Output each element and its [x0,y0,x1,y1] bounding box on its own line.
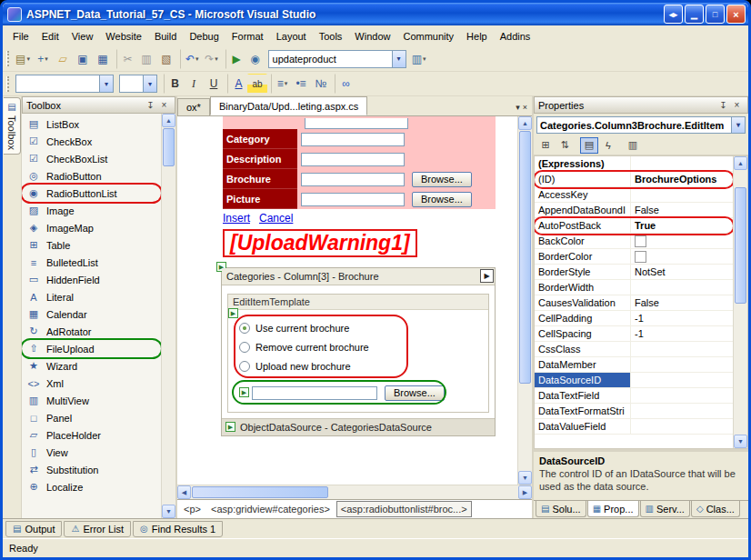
toolbox-item[interactable]: ⊕ Localize [22,478,161,495]
pin-icon[interactable]: ↧ [716,98,730,112]
radio-button[interactable] [239,323,250,334]
scroll-down-icon[interactable]: ▼ [518,471,532,485]
field-textbox[interactable] [301,133,405,146]
objectdatasource-control[interactable]: ▶ ObjectDataSource - CategoriesDataSourc… [222,418,495,435]
property-row[interactable]: BorderColor [535,249,733,265]
menu-item[interactable]: Help [460,27,494,45]
smart-tag-button[interactable]: ▶ [480,269,494,283]
toolbox-item[interactable]: ☑ CheckBoxList [22,150,161,167]
menu-item[interactable]: Website [99,27,148,45]
toolbox-item[interactable]: ⇧ FileUpload [22,340,161,357]
toolbox-item[interactable]: ≡ BulletedList [22,254,161,271]
scroll-down-icon[interactable]: ▼ [734,435,747,448]
cut-icon[interactable]: ✂ [116,49,136,69]
document-tab[interactable]: ox* [177,98,210,115]
toolbox-item[interactable]: <> Xml [22,375,161,392]
property-value[interactable] [631,342,733,356]
scroll-up-icon[interactable]: ▲ [162,114,175,127]
property-value[interactable] [631,234,733,248]
radio-button[interactable] [239,361,250,372]
property-row[interactable]: BorderStyle NotSet [535,265,733,280]
start-debug-icon[interactable]: ▶ [225,49,245,69]
design-vertical-scrollbar[interactable]: ▲ ▼ [517,116,532,485]
font-color-button[interactable]: A [227,74,247,94]
scroll-thumb[interactable] [735,187,746,304]
save-icon[interactable]: ▣ [73,49,93,69]
toolbox-side-tab[interactable]: ▤ Toolbox [4,97,21,155]
tool-window-tab[interactable]: ▦ Prop... [587,501,639,517]
document-tab[interactable]: BinaryData/Upd...leting.aspx.cs [210,96,367,115]
menu-item[interactable]: Addins [494,27,537,45]
bold-button[interactable]: B [164,74,184,94]
align-button[interactable]: ≡ [271,74,291,94]
menu-item[interactable]: Build [148,27,183,45]
save-all-icon[interactable]: ▦ [93,49,113,69]
toolbox-item[interactable]: ◎ RadioButton [22,167,161,185]
property-value[interactable] [631,404,733,418]
toolbar-grip[interactable] [6,76,9,92]
property-value[interactable]: BrochureOptions [631,172,733,186]
radio-option[interactable]: Upload new brochure [239,356,488,375]
property-row[interactable]: CellSpacing -1 [535,326,733,342]
toolbar-grip[interactable] [6,51,9,66]
toolbox-item[interactable]: ⇄ Substitution [22,461,161,478]
property-row[interactable]: DataMember [535,357,733,373]
property-value[interactable]: False [631,295,733,310]
property-row[interactable]: AccessKey [535,187,733,203]
field-textbox[interactable] [301,173,405,186]
toolbox-item[interactable]: □ Panel [22,409,161,426]
menu-item[interactable]: Tools [313,27,349,45]
property-pages-icon[interactable]: ▥ [624,137,642,154]
menu-item[interactable]: Edit [35,27,65,45]
close-document-icon[interactable]: × [523,103,527,112]
close-icon[interactable]: × [157,98,171,112]
alphabetical-icon[interactable]: ⇅ [556,137,574,154]
command-combobox[interactable]: updateproduct ▾ [268,50,406,68]
new-website-icon[interactable]: ▤ [13,49,33,69]
property-value[interactable]: -1 [631,311,733,325]
window-nav-button[interactable]: ◂▸ [664,5,683,24]
tag-navigator-item[interactable]: <asp:gridview#categories> [207,502,334,516]
add-new-item-icon[interactable]: + [33,49,53,69]
maximize-button[interactable]: □ [706,5,725,24]
close-button[interactable]: × [726,5,746,24]
categorized-icon[interactable]: ⊞ [536,137,555,154]
close-icon[interactable]: × [730,98,744,112]
toolbox-item[interactable]: ☑ CheckBox [22,133,161,150]
chevron-down-icon[interactable]: ▾ [392,51,406,67]
radio-option[interactable]: Use current brochure [239,318,488,337]
scroll-right-icon[interactable]: ▶ [518,485,532,499]
toolbox-item[interactable]: ▨ Image [22,202,161,219]
italic-button[interactable]: I [184,74,204,94]
field-textbox[interactable] [301,153,405,166]
property-value[interactable]: -1 [631,326,733,341]
bottom-tab[interactable]: ▤ Output [5,521,62,537]
scroll-up-icon[interactable]: ▲ [518,116,532,130]
property-row[interactable]: DataTextField [535,388,733,404]
toolbox-item[interactable]: ◉ RadioButtonList [22,185,161,202]
chevron-down-icon[interactable]: ▾ [143,75,156,92]
design-horizontal-scrollbar[interactable]: ◀ ▶ [177,485,532,499]
bottom-tab[interactable]: ⚠ Error List [64,521,131,537]
scroll-thumb[interactable] [192,486,328,498]
property-row[interactable]: BackColor [535,234,733,249]
textbox[interactable] [305,118,408,129]
tag-navigator-item[interactable]: <p> [180,502,205,516]
tag-navigator-item[interactable]: <asp:radiobuttonlist#broc...> [336,501,472,517]
property-value[interactable] [631,357,733,372]
menu-item[interactable]: Layout [270,27,313,45]
tool-window-tab[interactable]: ▥ Serv... [640,501,690,517]
numbering-button[interactable]: № [311,74,331,94]
tool-window-tab[interactable]: ◇ Clas... [691,501,740,517]
property-value[interactable]: False [631,203,733,217]
scroll-thumb[interactable] [519,131,531,384]
chevron-down-icon[interactable]: ▾ [99,75,113,92]
redo-icon[interactable]: ↷ [202,49,222,69]
menu-item[interactable]: File [6,27,35,45]
minimize-button[interactable]: ▁ [685,5,704,24]
command-link[interactable]: Insert [223,212,250,225]
property-value[interactable] [631,280,733,295]
fileupload-textbox[interactable] [252,386,377,400]
property-value[interactable]: True [631,218,733,233]
property-row[interactable]: DataSourceID [535,373,733,388]
